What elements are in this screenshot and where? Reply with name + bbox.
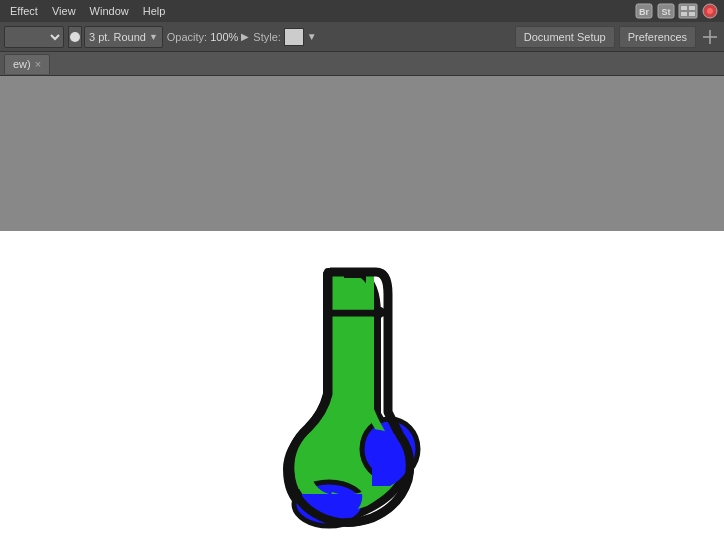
tab-bar: ew) × <box>0 52 724 76</box>
canvas-tab[interactable]: ew) × <box>4 54 50 74</box>
svg-text:Br: Br <box>639 7 649 17</box>
svg-rect-7 <box>681 12 687 16</box>
menu-bar: Effect View Window Help Br St <box>0 0 724 22</box>
tool-selector[interactable] <box>4 26 64 48</box>
toolbar: 3 pt. Round ▼ Opacity: 100% ▶ Style: ▼ D… <box>0 22 724 52</box>
layout-icon[interactable] <box>678 2 698 20</box>
preferences-button[interactable]: Preferences <box>619 26 696 48</box>
main-content <box>0 76 724 559</box>
svg-rect-8 <box>689 12 695 16</box>
style-color-box[interactable] <box>284 28 304 46</box>
pin-button[interactable] <box>700 27 720 47</box>
sock-group <box>287 272 418 526</box>
brush-dropdown[interactable]: 3 pt. Round ▼ <box>84 26 163 48</box>
document-setup-button[interactable]: Document Setup <box>515 26 615 48</box>
opacity-arrow[interactable]: ▶ <box>241 31 249 42</box>
record-icon[interactable] <box>700 2 720 20</box>
menu-window[interactable]: Window <box>84 3 135 19</box>
menu-help[interactable]: Help <box>137 3 172 19</box>
brush-dropdown-arrow: ▼ <box>149 32 158 42</box>
bridge-icon[interactable]: Br <box>634 2 654 20</box>
svg-point-18 <box>375 307 385 317</box>
menu-effect[interactable]: Effect <box>4 3 44 19</box>
stock-icon[interactable]: St <box>656 2 676 20</box>
canvas-top-panel <box>0 76 724 231</box>
tab-label: ew) <box>13 58 31 70</box>
menu-view[interactable]: View <box>46 3 82 19</box>
svg-rect-6 <box>689 6 695 10</box>
svg-text:St: St <box>662 7 671 17</box>
brush-stroke-preview[interactable] <box>68 26 82 48</box>
tab-close-button[interactable]: × <box>35 59 41 70</box>
svg-rect-5 <box>681 6 687 10</box>
opacity-group: Opacity: 100% ▶ <box>167 31 250 43</box>
sock-illustration <box>272 254 452 536</box>
svg-point-10 <box>707 8 713 14</box>
style-arrow[interactable]: ▼ <box>307 31 317 42</box>
canvas-area[interactable] <box>0 231 724 559</box>
style-group: Style: ▼ <box>253 28 316 46</box>
